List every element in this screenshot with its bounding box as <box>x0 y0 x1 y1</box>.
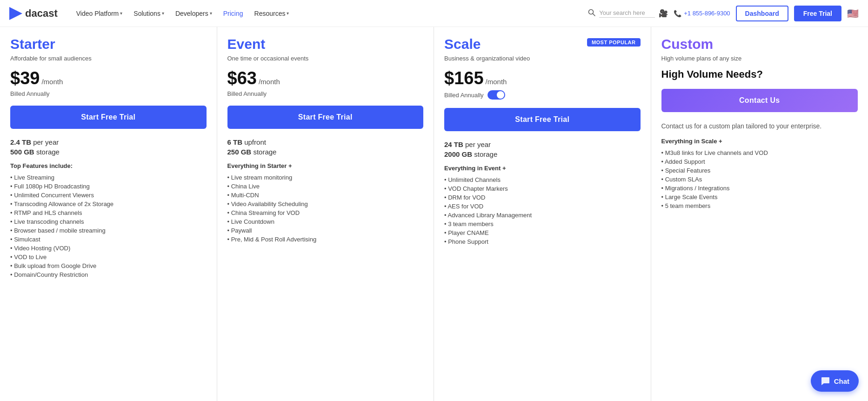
starter-storage: 500 GB storage <box>10 148 207 156</box>
feature-item: • RTMP and HLS channels <box>10 208 207 217</box>
starter-period: /month <box>41 78 63 86</box>
search-icon[interactable] <box>588 9 595 18</box>
custom-high-volume-label: High Volume Needs? <box>661 68 858 80</box>
starter-title: Starter <box>10 36 207 52</box>
feature-item: • Large Scale Events <box>661 193 858 201</box>
nav-solutions[interactable]: Solutions ▾ <box>129 7 169 20</box>
search-placeholder[interactable]: Your search here <box>599 9 655 18</box>
chevron-down-icon: ▾ <box>210 11 212 16</box>
feature-item: • Unlimited Channels <box>444 175 641 184</box>
feature-item: • Custom SLAs <box>661 175 858 184</box>
feature-item: • Special Features <box>661 166 858 175</box>
starter-price: $39 <box>10 68 40 88</box>
starter-features-heading: Top Features include: <box>10 162 207 169</box>
feature-item: • Phone Support <box>444 237 641 246</box>
scale-subtitle: Business & organizational video <box>444 55 641 62</box>
scale-features-heading: Everything in Event + <box>444 165 641 172</box>
feature-item: • VOD Chapter Markers <box>444 184 641 193</box>
feature-item: • China Live <box>227 182 424 191</box>
chevron-down-icon: ▾ <box>287 11 289 16</box>
feature-item: • Live Streaming <box>10 173 207 182</box>
feature-item: • DRM for VOD <box>444 193 641 202</box>
feature-item: • Pre, Mid & Post Roll Advertising <box>227 235 424 244</box>
feature-item: • Unlimited Concurrent Viewers <box>10 191 207 200</box>
feature-item: • VOD to Live <box>10 253 207 261</box>
pricing-container: Starter Affordable for small audiences $… <box>0 27 868 401</box>
chevron-down-icon: ▾ <box>162 11 164 16</box>
starter-trial-button[interactable]: Start Free Trial <box>10 106 207 129</box>
custom-features-list: • M3u8 links for Live channels and VOD• … <box>661 148 858 210</box>
feature-item: • M3u8 links for Live channels and VOD <box>661 148 858 157</box>
feature-item: • Video Hosting (VOD) <box>10 244 207 253</box>
phone-number[interactable]: +1 855-896-9300 <box>684 10 730 17</box>
starter-bandwidth: 2.4 TB per year <box>10 138 207 146</box>
event-features-list: • Live stream monitoring• China Live• Mu… <box>227 173 424 244</box>
chat-widget[interactable]: Chat <box>811 370 859 392</box>
scale-features-list: • Unlimited Channels• VOD Chapter Marker… <box>444 175 641 246</box>
custom-title: Custom <box>661 36 858 52</box>
chevron-down-icon: ▾ <box>120 11 122 16</box>
feature-item: • Live Countdown <box>227 217 424 226</box>
custom-features-heading: Everything in Scale + <box>661 138 858 145</box>
custom-description: Contact us for a custom plan tailored to… <box>661 121 858 131</box>
logo[interactable]: dacast <box>9 7 58 20</box>
dashboard-button[interactable]: Dashboard <box>736 6 788 21</box>
nav-pricing[interactable]: Pricing <box>219 7 248 20</box>
free-trial-header-button[interactable]: Free Trial <box>794 6 841 21</box>
feature-item: • 3 team members <box>444 220 641 228</box>
scale-price: $165 <box>444 68 484 88</box>
nav-video-platform[interactable]: Video Platform ▾ <box>72 7 127 20</box>
scale-storage: 2000 GB storage <box>444 150 641 158</box>
scale-bandwidth: 24 TB per year <box>444 140 641 148</box>
plan-starter: Starter Affordable for small audiences $… <box>0 27 217 401</box>
nav-developers[interactable]: Developers ▾ <box>171 7 217 20</box>
search-area: Your search here 🎥 <box>588 9 668 18</box>
scale-trial-button[interactable]: Start Free Trial <box>444 108 641 131</box>
starter-billing: Billed Annually <box>10 90 207 97</box>
feature-item: • Player CNAME <box>444 228 641 237</box>
main-nav: Video Platform ▾ Solutions ▾ Developers … <box>72 7 588 20</box>
feature-item: • Full 1080p HD Broadcasting <box>10 182 207 191</box>
feature-item: • Advanced Library Management <box>444 211 641 220</box>
feature-item: • AES for VOD <box>444 202 641 211</box>
feature-item: • Paywall <box>227 226 424 235</box>
nav-resources[interactable]: Resources ▾ <box>250 7 294 20</box>
logo-text: dacast <box>25 7 58 20</box>
feature-item: • Domain/Country Restriction <box>10 270 207 279</box>
scale-period: /month <box>486 78 507 86</box>
header: dacast Video Platform ▾ Solutions ▾ Deve… <box>0 0 868 27</box>
feature-item: • Added Support <box>661 157 858 166</box>
feature-item: • Browser based / mobile streaming <box>10 226 207 235</box>
event-trial-button[interactable]: Start Free Trial <box>227 106 424 129</box>
event-storage: 250 GB storage <box>227 148 424 156</box>
svg-marker-0 <box>9 7 22 20</box>
starter-subtitle: Affordable for small audiences <box>10 55 207 62</box>
feature-item: • 5 team members <box>661 201 858 210</box>
plan-scale: MOST POPULAR Scale Business & organizati… <box>434 27 651 401</box>
chat-icon <box>820 376 830 386</box>
feature-item: • Bulk upload from Google Drive <box>10 261 207 270</box>
feature-item: • Live stream monitoring <box>227 173 424 182</box>
header-right: Your search here 🎥 📞 +1 855-896-9300 Das… <box>588 6 859 21</box>
plan-event: Event One time or occasional events $63 … <box>217 27 434 401</box>
feature-item: • Video Availability Scheduling <box>227 200 424 208</box>
feature-item: • Multi-CDN <box>227 191 424 200</box>
feature-item: • Migrations / Integrations <box>661 184 858 193</box>
event-bandwidth: 6 TB upfront <box>227 138 424 146</box>
billing-toggle[interactable] <box>487 90 505 100</box>
custom-subtitle: High volume plans of any size <box>661 55 858 62</box>
phone-area: 📞 +1 855-896-9300 <box>674 10 730 17</box>
starter-features-list: • Live Streaming• Full 1080p HD Broadcas… <box>10 173 207 279</box>
event-billing: Billed Annually <box>227 90 424 97</box>
plan-custom: Custom High volume plans of any size Hig… <box>651 27 868 401</box>
feature-item: • Simulcast <box>10 235 207 244</box>
most-popular-badge: MOST POPULAR <box>587 38 641 47</box>
scale-billing: Billed Annually <box>444 90 641 100</box>
contact-us-button[interactable]: Contact Us <box>661 89 858 112</box>
feature-item: • Live transcoding channels <box>10 217 207 226</box>
video-icon: 🎥 <box>659 9 668 18</box>
chat-label: Chat <box>834 377 849 385</box>
phone-icon: 📞 <box>674 10 681 17</box>
event-period: /month <box>259 78 280 86</box>
event-title: Event <box>227 36 424 52</box>
